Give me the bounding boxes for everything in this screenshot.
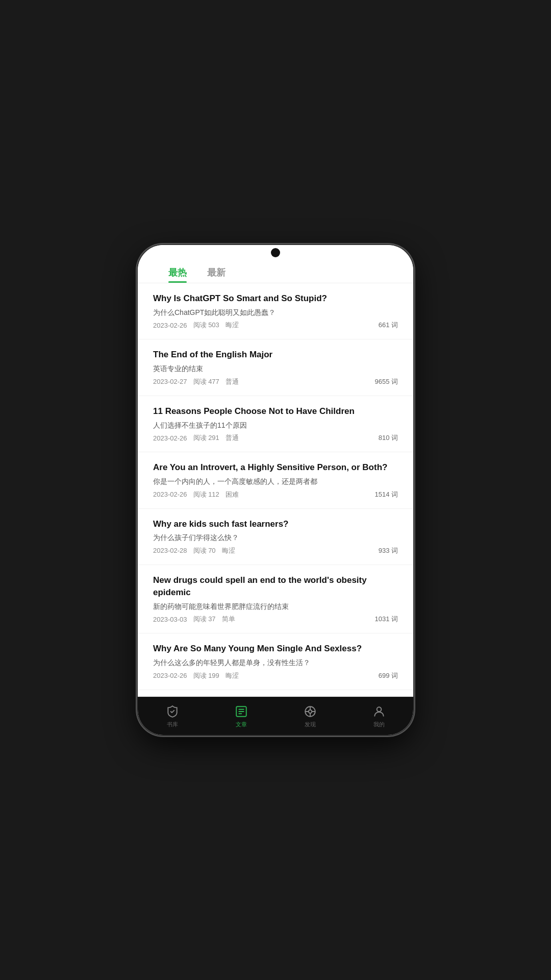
tab-new[interactable]: 最新: [207, 260, 226, 283]
bottom-nav: 书库 文章: [138, 697, 413, 735]
article-read: 阅读 503: [193, 321, 219, 330]
article-item[interactable]: Are You an Introvert, a Highly Sensitive…: [138, 452, 413, 508]
top-tab-bar: 最热 最新: [138, 260, 413, 283]
profile-icon: [372, 704, 386, 719]
article-date: 2023-02-26: [153, 322, 187, 329]
article-meta: 2023-02-27 阅读 477 普通 9655 词: [153, 377, 398, 386]
article-read: 阅读 199: [193, 671, 219, 680]
nav-label-profile: 我的: [373, 721, 385, 728]
article-item[interactable]: Why Are So Many Young Men Single And Sex…: [138, 633, 413, 690]
article-title-zh: 人们选择不生孩子的11个原因: [153, 421, 398, 431]
article-title-en: 11 Reasons People Choose Not to Have Chi…: [153, 405, 398, 418]
article-word-count: 933 词: [379, 546, 398, 555]
article-difficulty: 困难: [226, 490, 239, 499]
article-meta: 2023-02-26 阅读 112 困难 1514 词: [153, 490, 398, 499]
article-list: Why Is ChatGPT So Smart and So Stupid? 为…: [138, 283, 413, 697]
tab-hot[interactable]: 最热: [168, 260, 187, 283]
article-item[interactable]: Why are kids such fast learners? 为什么孩子们学…: [138, 509, 413, 565]
camera-notch: [271, 248, 280, 257]
article-difficulty: 普通: [226, 377, 239, 386]
article-meta: 2023-02-26 阅读 503 晦涩 661 词: [153, 321, 398, 330]
library-icon: [165, 704, 180, 719]
nav-item-library[interactable]: 书库: [155, 700, 190, 732]
article-read: 阅读 70: [193, 546, 216, 555]
article-difficulty: 晦涩: [226, 321, 239, 330]
nav-item-explore[interactable]: 发现: [293, 700, 328, 732]
article-word-count: 699 词: [379, 671, 398, 680]
article-date: 2023-02-26: [153, 491, 187, 498]
article-title-en: Why Are So Many Young Men Single And Sex…: [153, 643, 398, 655]
explore-icon: [303, 704, 317, 719]
article-read: 阅读 112: [193, 490, 219, 499]
article-item[interactable]: New drugs could spell an end to the worl…: [138, 565, 413, 633]
article-difficulty: 晦涩: [222, 546, 235, 555]
phone-screen: 最热 最新 Why Is ChatGPT So Smart and So Stu…: [138, 245, 413, 735]
article-title-en: Why are kids such fast learners?: [153, 518, 398, 530]
article-word-count: 1031 词: [374, 615, 398, 624]
article-item[interactable]: 11 Reasons People Choose Not to Have Chi…: [138, 396, 413, 452]
nav-item-profile[interactable]: 我的: [362, 700, 396, 732]
nav-label-library: 书库: [167, 721, 178, 728]
article-title-zh: 为什么ChatGPT如此聪明又如此愚蠢？: [153, 308, 398, 318]
article-meta: 2023-02-26 阅读 291 普通 810 词: [153, 433, 398, 443]
article-meta: 2023-02-26 阅读 199 晦涩 699 词: [153, 671, 398, 680]
article-meta: 2023-02-28 阅读 70 晦涩 933 词: [153, 546, 398, 555]
nav-item-article[interactable]: 文章: [224, 700, 259, 732]
article-read: 阅读 291: [193, 433, 219, 443]
nav-label-article: 文章: [236, 721, 247, 728]
article-date: 2023-02-26: [153, 672, 187, 679]
article-date: 2023-02-27: [153, 378, 187, 385]
article-title-zh: 英语专业的结束: [153, 364, 398, 374]
article-title-zh: 为什么孩子们学得这么快？: [153, 533, 398, 543]
article-read: 阅读 477: [193, 377, 219, 386]
article-difficulty: 简单: [222, 615, 235, 624]
article-item[interactable]: The End of the English Major 英语专业的结束 202…: [138, 339, 413, 396]
article-difficulty: 普通: [226, 433, 239, 443]
article-title-zh: 为什么这么多的年轻男人都是单身，没有性生活？: [153, 658, 398, 668]
article-word-count: 1514 词: [374, 490, 398, 499]
article-word-count: 810 词: [379, 433, 398, 443]
article-title-en: The End of the English Major: [153, 349, 398, 361]
article-icon: [234, 704, 248, 719]
article-read: 阅读 37: [193, 615, 216, 624]
article-date: 2023-02-26: [153, 434, 187, 442]
article-word-count: 9655 词: [374, 377, 398, 386]
article-difficulty: 晦涩: [226, 671, 239, 680]
article-title-zh: 新的药物可能意味着世界肥胖症流行的结束: [153, 602, 398, 612]
article-title-zh: 你是一个内向的人，一个高度敏感的人，还是两者都: [153, 477, 398, 487]
article-date: 2023-02-28: [153, 547, 187, 554]
article-meta: 2023-03-03 阅读 37 简单 1031 词: [153, 615, 398, 624]
svg-point-5: [308, 709, 312, 713]
article-title-en: Why Is ChatGPT So Smart and So Stupid?: [153, 292, 398, 305]
article-word-count: 661 词: [379, 321, 398, 330]
article-item[interactable]: Why Is ChatGPT So Smart and So Stupid? 为…: [138, 283, 413, 339]
status-bar: [138, 245, 413, 260]
nav-label-explore: 发现: [305, 721, 316, 728]
article-title-en: New drugs could spell an end to the worl…: [153, 574, 398, 599]
article-title-en: Are You an Introvert, a Highly Sensitive…: [153, 461, 398, 474]
svg-point-10: [377, 707, 381, 712]
phone-frame: 最热 最新 Why Is ChatGPT So Smart and So Stu…: [138, 245, 413, 735]
article-date: 2023-03-03: [153, 616, 187, 623]
